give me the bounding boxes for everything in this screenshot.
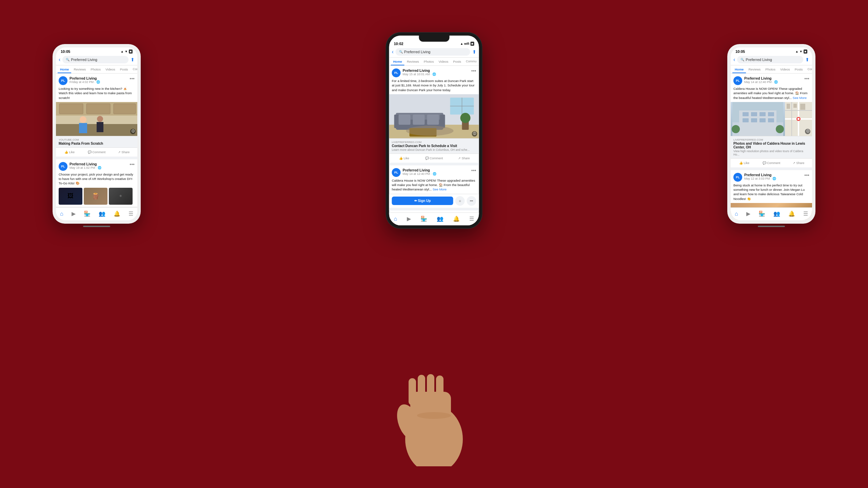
phone-center: 10:02 ▲ wifi ■ ‹ 🔍 Preferred Living ⬆ xyxy=(386,32,482,229)
svg-rect-31 xyxy=(418,375,425,404)
post-meta-2-left: Preferred Living May 19 at 1:02 PM · 🌐 xyxy=(70,162,130,169)
like-button-1-left[interactable]: 👍 Like xyxy=(56,149,83,155)
post-header-1-center: PL Preferred Living May 15 at 10:01 AM ·… xyxy=(389,66,479,79)
post-more-1-right[interactable]: ••• xyxy=(804,76,809,81)
info-dot-1-right[interactable]: ⓘ xyxy=(805,129,810,134)
tab-photos-center[interactable]: Photos xyxy=(421,58,436,65)
avatar-1-center: PL xyxy=(392,68,401,77)
search-bar-left[interactable]: 🔍 Preferred Living xyxy=(62,56,129,63)
search-bar-center[interactable]: 🔍 Preferred Living xyxy=(396,48,470,56)
nav-video-center[interactable]: ▶ xyxy=(407,216,411,222)
post-header-2-right: PL Preferred Living May 12 at 3:03 PM · … xyxy=(731,170,812,183)
post-image-1-left: ⓘ xyxy=(56,102,137,136)
tab-posts-left[interactable]: Posts xyxy=(118,65,131,73)
signup-button-center[interactable]: ✏ Sign Up xyxy=(392,197,453,205)
svg-rect-55 xyxy=(800,104,805,110)
share-button-1-center[interactable]: ↗ Share xyxy=(449,155,479,161)
comment-button-1-center[interactable]: 💬 Comment xyxy=(419,155,449,161)
tab-photos-right[interactable]: Photos xyxy=(763,65,778,73)
link-preview-1-right[interactable]: LIVEPREFERRED.COM Photos and Video of Ca… xyxy=(731,136,812,158)
nav-home-center[interactable]: ⌂ xyxy=(394,216,397,222)
post-actions-1-right: 👍 Like 💬 Comment ↗ Share xyxy=(731,158,812,167)
nav-video-left[interactable]: ▶ xyxy=(72,210,76,217)
nav-bell-center[interactable]: 🔔 xyxy=(453,216,460,222)
info-dot-1-left[interactable]: ⓘ xyxy=(130,129,136,134)
share-button-right[interactable]: ⬆ xyxy=(805,57,809,62)
bottom-nav-left: ⌂ ▶ 🏪 👥 🔔 ☰ xyxy=(56,207,137,220)
post-more-2-left[interactable]: ••• xyxy=(130,162,135,167)
nav-video-right[interactable]: ▶ xyxy=(746,210,750,217)
tab-videos-left[interactable]: Videos xyxy=(103,65,118,73)
post-text-2-right: Being stuck at home is the perfect time … xyxy=(731,183,812,203)
tab-community-center[interactable]: Commu xyxy=(463,58,479,65)
svg-rect-43 xyxy=(751,118,757,122)
nav-home-left[interactable]: ⌂ xyxy=(60,211,63,217)
link-preview-1-center[interactable]: LIVEPREFERRED.COM Contact Duncan Park to… xyxy=(389,138,479,154)
tab-home-center[interactable]: Home xyxy=(391,58,405,65)
share-button-left[interactable]: ⬆ xyxy=(131,57,135,62)
search-bar-right[interactable]: 🔍 Preferred Living xyxy=(737,56,803,63)
tab-community-left[interactable]: Commu xyxy=(131,65,137,73)
post-more-1-center[interactable]: ••• xyxy=(471,68,476,73)
wifi-icon-center: wifi xyxy=(464,42,469,45)
nav-group-left[interactable]: 👥 xyxy=(99,210,105,217)
post-meta-1-right: Preferred Living May 14 at 12:40 PM · 🌐 xyxy=(744,76,804,84)
tab-home-right[interactable]: Home xyxy=(732,65,746,73)
tab-posts-right[interactable]: Posts xyxy=(792,65,805,73)
post-more-1-left[interactable]: ••• xyxy=(130,76,135,81)
nav-shop-center[interactable]: 🏪 xyxy=(420,216,427,222)
signup-extra-1-center[interactable]: ☺ xyxy=(455,196,465,206)
svg-rect-39 xyxy=(751,112,757,116)
nav-bell-right[interactable]: 🔔 xyxy=(788,210,795,217)
svg-point-46 xyxy=(732,125,740,133)
svg-rect-21 xyxy=(413,115,425,125)
share-button-1-right[interactable]: ↗ Share xyxy=(785,160,812,166)
phone-shell-center: 10:02 ▲ wifi ■ ‹ 🔍 Preferred Living ⬆ xyxy=(386,32,482,229)
share-button-1-left[interactable]: ↗ Share xyxy=(110,149,137,155)
svg-rect-40 xyxy=(760,112,766,116)
post-name-1-left: Preferred Living xyxy=(70,76,130,80)
post-date-2-right: May 12 at 3:03 PM · 🌐 xyxy=(744,177,804,180)
tab-reviews-left[interactable]: Reviews xyxy=(71,65,88,73)
info-dot-1-center[interactable]: ⓘ xyxy=(472,131,477,137)
nav-menu-right[interactable]: ☰ xyxy=(803,210,808,217)
like-button-1-right[interactable]: 👍 Like xyxy=(731,160,758,166)
nav-shop-left[interactable]: 🏪 xyxy=(84,210,91,217)
tab-videos-right[interactable]: Videos xyxy=(778,65,792,73)
post-more-2-center[interactable]: ••• xyxy=(471,168,476,173)
back-button-center[interactable]: ‹ xyxy=(392,49,394,55)
nav-menu-center[interactable]: ☰ xyxy=(469,216,474,222)
tab-home-left[interactable]: Home xyxy=(58,65,71,73)
back-button-right[interactable]: ‹ xyxy=(733,57,735,63)
post-meta-1-left: Preferred Living Friday at 4:02 PM · 🌐 xyxy=(70,76,130,84)
nav-home-right[interactable]: ⌂ xyxy=(735,211,738,217)
svg-rect-38 xyxy=(743,112,749,116)
tab-reviews-right[interactable]: Reviews xyxy=(746,65,763,73)
tab-photos-left[interactable]: Photos xyxy=(88,65,103,73)
link-preview-1-left[interactable]: YOUTUBE.COM Making Pasta From Scratch xyxy=(56,136,137,147)
comment-button-1-left[interactable]: 💬 Comment xyxy=(83,149,110,155)
tab-community-right[interactable]: Commu xyxy=(805,65,812,73)
nav-group-right[interactable]: 👥 xyxy=(773,210,780,217)
nav-bell-left[interactable]: 🔔 xyxy=(114,210,120,217)
tab-posts-center[interactable]: Posts xyxy=(451,58,463,65)
svg-rect-5 xyxy=(114,104,136,114)
post-date-1-right: May 14 at 12:40 PM · 🌐 xyxy=(744,80,804,84)
bottom-nav-right: ⌂ ▶ 🏪 👥 🔔 ☰ xyxy=(731,207,812,220)
post-text-1-left: Looking to try something new in the kitc… xyxy=(56,86,137,102)
nav-shop-right[interactable]: 🏪 xyxy=(758,210,765,217)
tab-videos-center[interactable]: Videos xyxy=(436,58,451,65)
svg-point-26 xyxy=(406,126,454,136)
like-button-1-center[interactable]: 👍 Like xyxy=(389,155,419,161)
search-icon-center: 🔍 xyxy=(399,50,403,54)
share-button-center[interactable]: ⬆ xyxy=(472,49,476,55)
post-more-2-right[interactable]: ••• xyxy=(804,173,809,178)
post-name-1-center: Preferred Living xyxy=(403,68,471,73)
svg-rect-42 xyxy=(743,118,749,122)
nav-menu-left[interactable]: ☰ xyxy=(129,210,133,217)
tab-reviews-center[interactable]: Reviews xyxy=(405,58,421,65)
signup-extra-2-center[interactable]: ••• xyxy=(467,196,476,206)
back-button-left[interactable]: ‹ xyxy=(59,57,60,63)
nav-group-center[interactable]: 👥 xyxy=(437,216,443,222)
comment-button-1-right[interactable]: 💬 Comment xyxy=(758,160,785,166)
